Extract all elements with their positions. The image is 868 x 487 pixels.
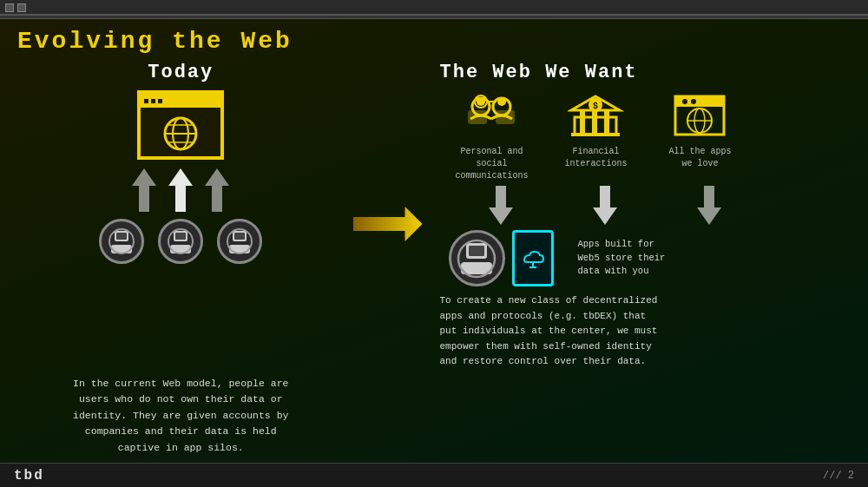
svg-marker-45 <box>697 186 721 225</box>
arrow-right-icon <box>353 207 423 241</box>
svg-point-23 <box>497 97 506 106</box>
phone-user-group <box>449 230 554 286</box>
svg-rect-9 <box>116 233 127 240</box>
slide-container: Evolving the Web Today <box>0 19 868 463</box>
apps-label: All the apps we love <box>669 146 732 170</box>
svg-marker-44 <box>593 186 617 225</box>
personal-social-icon-group: Personal and social communications <box>449 90 536 182</box>
apps-built-text: Apps built for Web5 store their data wit… <box>578 238 666 279</box>
user-icon-1 <box>99 219 144 264</box>
icons-top-row: Personal and social communications <box>440 90 842 182</box>
today-description: In the current Web model, people are use… <box>73 376 288 456</box>
svg-rect-29 <box>580 110 585 135</box>
arrow-up-right-icon <box>205 168 229 212</box>
arrow-down-left-icon <box>489 186 513 225</box>
apps-icon-group: All the apps we love <box>657 90 744 182</box>
web-we-want-title: The Web We Want <box>440 62 842 83</box>
browser-icon <box>137 90 224 160</box>
svg-marker-5 <box>132 168 156 212</box>
arrow-up-left-icon <box>132 168 156 212</box>
browser-dot-2 <box>151 99 155 103</box>
arrow-right-container <box>345 62 431 456</box>
arrows-up-container <box>132 168 229 212</box>
arrow-down-2 <box>562 186 648 225</box>
financial-icon: $ <box>568 93 624 141</box>
browser-dot-1 <box>144 99 148 103</box>
svg-rect-18 <box>229 245 250 253</box>
arrow-down-3 <box>666 186 753 225</box>
svg-rect-10 <box>111 245 132 253</box>
apps-icon-box <box>670 90 731 142</box>
arrow-up-middle-icon <box>168 168 193 212</box>
svg-rect-26 <box>468 110 487 124</box>
personal-social-icon-box <box>462 90 523 142</box>
footer: tbd /// 2 <box>0 463 868 487</box>
user-icon-2 <box>158 219 203 264</box>
user-icons-row <box>99 219 262 264</box>
svg-rect-17 <box>234 233 245 240</box>
svg-marker-6 <box>168 168 193 212</box>
window-bar <box>0 0 868 16</box>
svg-rect-35 <box>571 133 620 136</box>
user-avatar-large <box>456 238 497 280</box>
financial-icon-group: $ Financial interactions <box>553 90 640 182</box>
browser-body <box>141 108 220 156</box>
arrow-down-right-icon <box>697 186 721 225</box>
svg-rect-14 <box>170 245 191 253</box>
svg-point-38 <box>682 99 687 104</box>
footer-logo: tbd <box>14 468 44 484</box>
svg-rect-47 <box>469 246 484 256</box>
svg-marker-43 <box>489 186 513 225</box>
arrow-down-1 <box>457 186 544 225</box>
main-content: Today <box>17 62 851 456</box>
personal-social-icon <box>464 93 520 141</box>
cloud-phone-icon <box>521 247 545 271</box>
svg-rect-27 <box>496 110 515 124</box>
user-avatar-1 <box>106 226 137 257</box>
user-icon-3 <box>217 219 262 264</box>
svg-point-22 <box>477 97 485 106</box>
user-avatar-2 <box>165 226 196 257</box>
arrow-down-middle-icon <box>593 186 617 225</box>
svg-marker-7 <box>205 168 229 212</box>
right-panel: The Web We Want <box>431 62 851 456</box>
slide-title: Evolving the Web <box>17 28 851 55</box>
today-title: Today <box>148 62 214 83</box>
right-bottom-description: To create a new class of decentralized a… <box>440 293 770 370</box>
financial-label: Financial interactions <box>565 146 628 170</box>
financial-icon-box: $ <box>566 90 627 142</box>
svg-point-39 <box>691 99 696 104</box>
arrows-down-row <box>440 186 842 225</box>
user-icon-large <box>449 230 505 286</box>
svg-text:$: $ <box>593 102 598 111</box>
window-title-bar <box>0 0 868 16</box>
browser-header <box>141 94 220 108</box>
browser-dot-3 <box>158 99 162 103</box>
svg-rect-30 <box>592 110 597 135</box>
footer-page-number: /// 2 <box>823 470 854 482</box>
bottom-right-section: Apps built for Web5 store their data wit… <box>440 230 842 286</box>
svg-rect-13 <box>175 233 186 240</box>
svg-rect-31 <box>604 110 609 135</box>
left-panel: Today <box>17 62 345 456</box>
phone-icon <box>512 230 554 286</box>
personal-social-label: Personal and social communications <box>449 146 536 182</box>
user-avatar-3 <box>224 226 255 257</box>
globe-icon <box>156 111 205 153</box>
browser-icon-container <box>137 90 224 160</box>
apps-browser-icon <box>672 93 728 141</box>
